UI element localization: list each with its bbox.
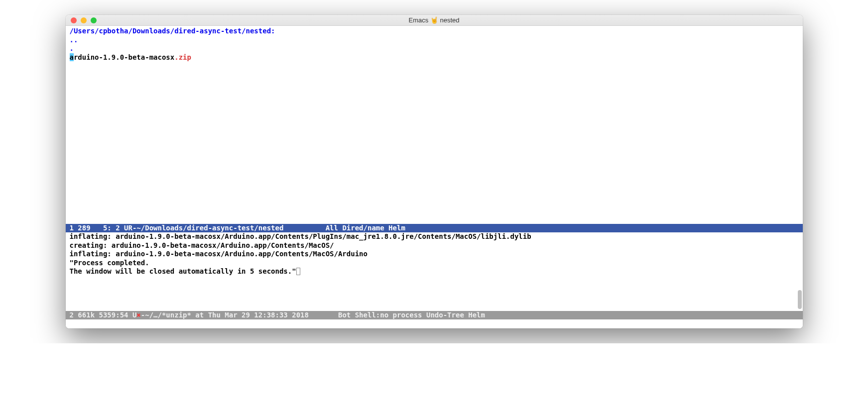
modeline-modes: Bot Shell:no process Undo-Tree Helm xyxy=(309,311,485,319)
close-icon[interactable] xyxy=(71,17,77,23)
shell-line: inflating: arduino-1.9.0-beta-macosx/Ard… xyxy=(70,232,799,241)
maximize-icon[interactable] xyxy=(91,17,97,23)
modeline-position: 1 289 5: 2 UR-~/Downloads/dired-async-te… xyxy=(70,224,258,232)
dired-current-dir[interactable]: . xyxy=(70,44,799,53)
dired-path: /Users/cpbotha/Downloads/dired-async-tes… xyxy=(70,27,799,36)
shell-line-last: The window will be closed automatically … xyxy=(70,267,799,276)
traffic-lights xyxy=(66,17,97,23)
modeline-modes: All Dired/name Helm xyxy=(283,224,405,232)
modeline-inactive[interactable]: 2 661k 5359:54 U×-~/…/*unzip* at Thu Mar… xyxy=(66,311,803,319)
modeline-active[interactable]: 1 289 5: 2 UR-~/Downloads/dired-async-te… xyxy=(66,224,803,232)
minibuffer[interactable] xyxy=(66,319,803,328)
dired-parent-dir[interactable]: .. xyxy=(70,36,799,45)
shell-buffer[interactable]: inflating: arduino-1.9.0-beta-macosx/Ard… xyxy=(66,232,803,311)
modeline-position: 2 661k 5359:54 U xyxy=(70,311,137,319)
dired-file-entry[interactable]: arduino-1.9.0-beta-macosx.zip xyxy=(70,53,799,62)
modeline-buffer-info: -~/…/*unzip* at Thu Mar 29 12:38:33 2018 xyxy=(141,311,309,319)
modified-indicator-icon: × xyxy=(136,311,140,319)
dired-file-name: rduino-1.9.0-beta-macosx xyxy=(74,53,174,61)
titlebar[interactable]: Emacs 🤘 nested xyxy=(66,15,803,26)
modeline-buffer-name: nested xyxy=(258,224,284,232)
shell-line: "Process completed. xyxy=(70,259,799,268)
dired-file-ext: .zip xyxy=(174,53,191,61)
shell-line: inflating: arduino-1.9.0-beta-macosx/Ard… xyxy=(70,250,799,259)
scrollbar-thumb[interactable] xyxy=(798,290,802,309)
cursor: a xyxy=(70,53,74,61)
window-title: Emacs 🤘 nested xyxy=(66,16,803,24)
shell-line: creating: arduino-1.9.0-beta-macosx/Ardu… xyxy=(70,241,799,250)
dired-buffer[interactable]: /Users/cpbotha/Downloads/dired-async-tes… xyxy=(66,26,803,224)
minimize-icon[interactable] xyxy=(81,17,87,23)
shell-last-text: The window will be closed automatically … xyxy=(70,267,296,275)
emacs-window: Emacs 🤘 nested /Users/cpbotha/Downloads/… xyxy=(66,15,803,328)
shell-cursor xyxy=(296,268,300,275)
